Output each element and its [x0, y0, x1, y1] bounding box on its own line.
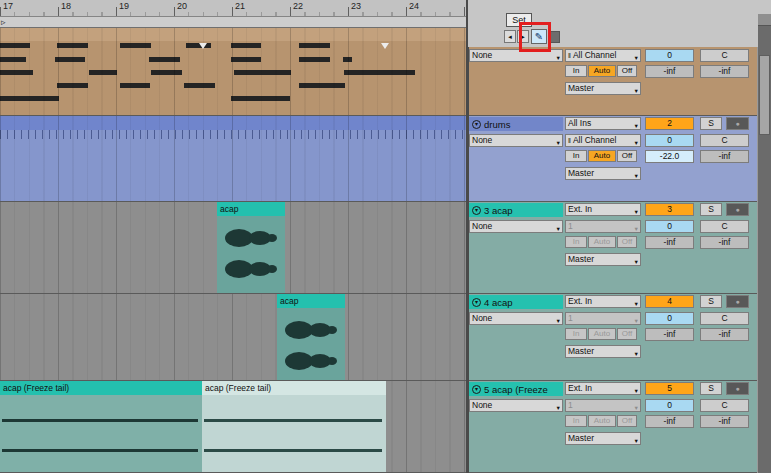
input-channel-chooser[interactable]: ‖All Channel▼ [565, 134, 641, 147]
monitor-in-button[interactable]: In [565, 328, 587, 340]
output-chooser[interactable]: Master▼ [565, 345, 641, 358]
volume-value[interactable]: -inf [645, 65, 694, 78]
monitor-auto-button[interactable]: Auto [588, 65, 616, 77]
clip-title-bar[interactable] [0, 116, 466, 130]
monitor-off-button[interactable]: Off [617, 328, 637, 340]
output-chooser[interactable]: Master▼ [565, 432, 641, 445]
monitor-off-button[interactable]: Off [617, 236, 637, 248]
track-name[interactable]: ▾drums [469, 117, 563, 131]
arrangement-track-3[interactable]: acap [0, 202, 466, 294]
midi-note [234, 70, 291, 75]
device-chooser[interactable]: None▼ [469, 134, 563, 147]
clip-title-bar[interactable]: acap [217, 202, 285, 216]
solo-button[interactable]: S [700, 295, 722, 308]
dropdown-arrow-icon: ▼ [634, 257, 639, 266]
secondary-volume-value[interactable]: -inf [700, 415, 749, 428]
secondary-volume-value[interactable]: -inf [700, 328, 749, 341]
scrollbar-thumb[interactable] [759, 55, 770, 135]
monitor-off-button[interactable]: Off [617, 65, 637, 77]
monitor-auto-button[interactable]: Auto [588, 415, 616, 427]
arrangement-track-2[interactable] [0, 116, 466, 202]
output-chooser[interactable]: Master▼ [565, 253, 641, 266]
input-type-chooser[interactable]: Ext. In▼ [565, 295, 641, 308]
scrub-area[interactable]: ▹ [0, 17, 466, 28]
track-number-box[interactable]: 2 [645, 117, 694, 130]
track-number-box[interactable]: 5 [645, 382, 694, 395]
solo-button[interactable]: S [700, 117, 722, 130]
ruler-label: 24 [409, 1, 419, 11]
device-chooser[interactable]: None▼ [469, 220, 563, 233]
prev-arrow-button[interactable]: ◂ [504, 30, 516, 43]
arrangement-track-4[interactable]: acap [0, 294, 466, 381]
secondary-volume-value[interactable]: -inf [700, 65, 749, 78]
output-chooser-label: Master [568, 433, 594, 443]
clip-title-bar[interactable]: acap (Freeze tail) [0, 381, 202, 395]
monitor-in-button[interactable]: In [565, 65, 587, 77]
clip-title-bar[interactable]: acap [277, 294, 345, 308]
device-chooser[interactable]: None▼ [469, 399, 563, 412]
pan-value[interactable]: 0 [645, 220, 694, 233]
monitor-in-button[interactable]: In [565, 415, 587, 427]
monitor-in-button[interactable]: In [565, 150, 587, 162]
monitor-auto-button[interactable]: Auto [588, 328, 616, 340]
output-chooser[interactable]: Master▼ [565, 167, 641, 180]
device-chooser[interactable]: None▼ [469, 312, 563, 325]
clip-title-bar[interactable] [0, 28, 466, 41]
arrangement-track-5[interactable]: acap (Freeze tail)acap (Freeze tail) [0, 381, 466, 473]
scrollbar-top-button[interactable] [758, 14, 771, 26]
arrangement-track-1[interactable] [0, 28, 466, 116]
clip-waveform-area[interactable] [277, 308, 345, 380]
dropdown-arrow-icon: ▼ [634, 138, 639, 147]
arm-button[interactable]: ● [726, 295, 749, 308]
input-type-chooser-label: Ext. In [568, 204, 592, 214]
pan-value[interactable]: 0 [645, 399, 694, 412]
arm-button[interactable]: ● [726, 117, 749, 130]
input-type-chooser[interactable]: Ext. In▼ [565, 382, 641, 395]
monitor-in-button[interactable]: In [565, 236, 587, 248]
pan-center-value[interactable]: C [700, 49, 749, 62]
clip-waveform-area[interactable] [217, 216, 285, 293]
solo-button[interactable]: S [700, 382, 722, 395]
input-type-chooser[interactable]: Ext. In▼ [565, 203, 641, 216]
output-chooser[interactable]: Master▼ [565, 82, 641, 95]
arm-button[interactable]: ● [726, 203, 749, 216]
track-name[interactable]: ▾4 acap [469, 295, 563, 309]
clip-title-bar[interactable]: acap (Freeze tail) [202, 381, 386, 395]
pan-center-value[interactable]: C [700, 134, 749, 147]
monitor-auto-button[interactable]: Auto [588, 236, 616, 248]
input-channel-chooser[interactable]: 1▼ [565, 220, 641, 233]
pan-value[interactable]: 0 [645, 312, 694, 325]
input-channel-chooser[interactable]: 1▼ [565, 399, 641, 412]
volume-value[interactable]: -inf [645, 328, 694, 341]
track-number-box[interactable]: 3 [645, 203, 694, 216]
secondary-volume-value[interactable]: -inf [700, 150, 749, 163]
pan-center-value[interactable]: C [700, 399, 749, 412]
track-name[interactable]: ▾3 acap [469, 203, 563, 217]
timeline-ruler[interactable]: 1718192021222324 [0, 0, 466, 17]
monitor-auto-button[interactable]: Auto [588, 150, 616, 162]
pan-value[interactable]: 0 [645, 49, 694, 62]
input-channel-chooser-label: All Channel [573, 135, 616, 145]
monitor-off-button[interactable]: Off [617, 150, 637, 162]
input-channel-chooser[interactable]: 1▼ [565, 312, 641, 325]
solo-button[interactable]: S [700, 203, 722, 216]
secondary-volume-value[interactable]: -inf [700, 236, 749, 249]
volume-value[interactable]: -22.0 [645, 150, 694, 163]
input-type-chooser[interactable]: All Ins▼ [565, 117, 641, 130]
arm-button[interactable]: ● [726, 382, 749, 395]
vertical-scrollbar[interactable] [758, 14, 771, 473]
track-number-box[interactable]: 4 [645, 295, 694, 308]
pan-value[interactable]: 0 [645, 134, 694, 147]
track-name[interactable]: ▾5 acap (Freeze [469, 382, 563, 396]
pan-center-value[interactable]: C [700, 312, 749, 325]
ruler-label: 18 [61, 1, 71, 11]
pan-center-value[interactable]: C [700, 220, 749, 233]
dropdown-arrow-icon: ▼ [634, 436, 639, 445]
monitor-off-button[interactable]: Off [617, 415, 637, 427]
input-channel-chooser[interactable]: ‖All Channel▼ [565, 49, 641, 62]
volume-value[interactable]: -inf [645, 236, 694, 249]
clip-waveform-area[interactable] [0, 395, 202, 472]
device-chooser-label: None [472, 221, 492, 231]
clip-waveform-area[interactable] [202, 395, 386, 472]
volume-value[interactable]: -inf [645, 415, 694, 428]
